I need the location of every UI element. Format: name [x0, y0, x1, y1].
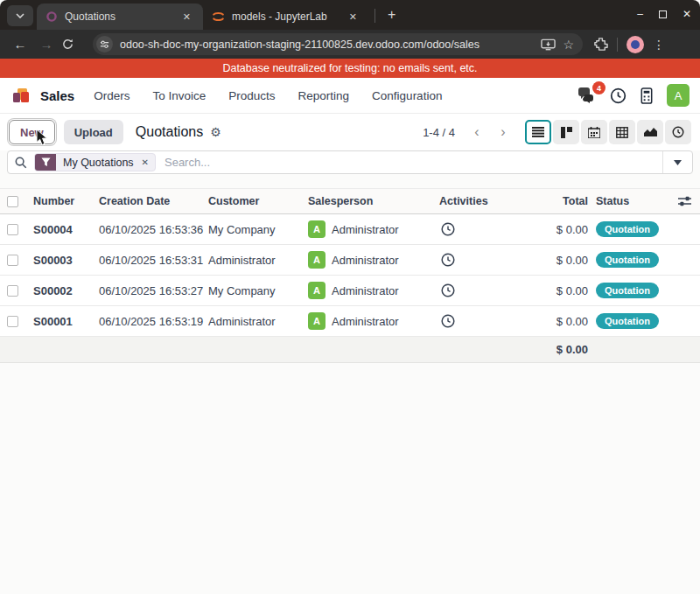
activity-clock-icon[interactable] — [441, 222, 455, 236]
cell-activities[interactable] — [439, 222, 514, 236]
filter-facet[interactable]: My Quotations ✕ — [34, 153, 156, 171]
search-dropdown-toggle[interactable] — [662, 151, 692, 173]
tab-quotations[interactable]: Quotations ✕ — [37, 3, 203, 30]
menu-reporting[interactable]: Reporting — [298, 89, 350, 102]
remove-filter-icon[interactable]: ✕ — [141, 157, 155, 167]
extensions-icon[interactable] — [593, 37, 608, 52]
bookmark-star-icon[interactable]: ☆ — [563, 38, 574, 52]
table-row[interactable]: S00001 06/10/2025 16:53:19 Administrator… — [0, 306, 700, 337]
cell-status[interactable]: Quotation — [588, 283, 675, 298]
cell-salesperson[interactable]: A Administrator — [308, 220, 439, 238]
select-all-checkbox[interactable] — [7, 196, 18, 207]
row-checkbox[interactable] — [7, 255, 18, 266]
cell-customer[interactable]: Administrator — [208, 254, 308, 267]
menu-orders[interactable]: Orders — [94, 89, 130, 102]
column-header-activities[interactable]: Activities — [439, 195, 514, 207]
minimize-button[interactable]: – — [637, 8, 643, 20]
cell-status[interactable]: Quotation — [588, 221, 675, 237]
cell-activities[interactable] — [439, 253, 514, 267]
column-header-status[interactable]: Status — [588, 195, 675, 207]
close-tab-icon[interactable]: ✕ — [179, 10, 194, 24]
activity-view-button[interactable] — [665, 120, 691, 144]
list-view-button[interactable] — [525, 120, 551, 144]
url-text[interactable]: odoo-sh-doc-my-organization-staging-2110… — [120, 38, 534, 51]
search-bar[interactable]: My Quotations ✕ — [7, 150, 693, 174]
status-badge: Quotation — [596, 313, 659, 329]
activities-clock-icon[interactable] — [610, 87, 626, 104]
new-tab-button[interactable]: + — [381, 7, 402, 23]
column-header-total[interactable]: Total — [514, 195, 588, 207]
column-header-number[interactable]: Number — [33, 195, 99, 207]
salesperson-name: Administrator — [332, 254, 399, 267]
cell-salesperson[interactable]: A Administrator — [308, 312, 439, 330]
cell-number[interactable]: S00002 — [33, 284, 99, 297]
table-row[interactable]: S00004 06/10/2025 16:53:36 My Company A … — [0, 214, 700, 245]
cell-creation-date[interactable]: 06/10/2025 16:53:36 — [99, 223, 208, 236]
cell-customer[interactable]: Administrator — [208, 315, 308, 328]
cell-total[interactable]: $ 0.00 — [514, 254, 588, 267]
close-window-button[interactable]: ✕ — [682, 8, 691, 20]
cell-activities[interactable] — [439, 283, 514, 297]
graph-view-button[interactable] — [637, 120, 663, 144]
user-avatar[interactable]: A — [667, 84, 690, 107]
menu-configuration[interactable]: Configuration — [372, 89, 442, 102]
table-row[interactable]: S00002 06/10/2025 16:53:27 My Company A … — [0, 276, 700, 306]
send-to-device-icon[interactable] — [541, 38, 556, 51]
search-input[interactable] — [156, 156, 662, 169]
tab-list-button[interactable] — [7, 5, 33, 26]
row-checkbox[interactable] — [7, 316, 18, 327]
cell-salesperson[interactable]: A Administrator — [308, 251, 439, 269]
cell-creation-date[interactable]: 06/10/2025 16:53:19 — [99, 315, 208, 328]
new-button[interactable]: New — [9, 120, 55, 144]
activity-clock-icon[interactable] — [441, 314, 455, 328]
adjust-columns-button[interactable] — [678, 196, 700, 206]
cell-creation-date[interactable]: 06/10/2025 16:53:31 — [99, 254, 208, 267]
column-header-salesperson[interactable]: Salesperson — [308, 195, 439, 207]
cell-customer[interactable]: My Company — [208, 223, 308, 236]
upload-button[interactable]: Upload — [64, 120, 123, 144]
cell-activities[interactable] — [439, 314, 514, 328]
cell-number[interactable]: S00004 — [33, 223, 99, 236]
site-settings-button[interactable] — [96, 36, 113, 52]
messages-button[interactable]: 4 — [577, 87, 596, 103]
pager-previous-button[interactable]: ‹ — [466, 121, 488, 143]
menu-to-invoice[interactable]: To Invoice — [152, 89, 206, 102]
reload-button[interactable] — [61, 38, 84, 51]
cell-number[interactable]: S00003 — [33, 254, 99, 267]
cell-total[interactable]: $ 0.00 — [514, 223, 588, 236]
cell-salesperson[interactable]: A Administrator — [308, 282, 439, 299]
sales-app-icon[interactable] — [10, 85, 32, 106]
row-checkbox[interactable] — [7, 285, 18, 297]
cell-status[interactable]: Quotation — [588, 252, 675, 268]
view-gear-icon[interactable]: ⚙ — [210, 125, 221, 139]
browser-profile-avatar[interactable] — [626, 36, 644, 53]
table-row[interactable]: S00003 06/10/2025 16:53:31 Administrator… — [0, 245, 700, 276]
cell-number[interactable]: S00001 — [33, 315, 99, 328]
address-bar[interactable]: odoo-sh-doc-my-organization-staging-2110… — [93, 33, 583, 55]
forward-button[interactable]: → — [35, 37, 58, 52]
tab-jupyterlab[interactable]: models - JupyterLab ✕ — [203, 3, 369, 30]
column-header-creation-date[interactable]: Creation Date — [99, 195, 208, 207]
cell-creation-date[interactable]: 06/10/2025 16:53:27 — [99, 284, 208, 297]
menu-products[interactable]: Products — [228, 89, 275, 102]
activity-clock-icon[interactable] — [441, 253, 455, 267]
browser-menu-button[interactable]: ⋮ — [653, 38, 665, 52]
pager-next-button[interactable]: › — [492, 121, 514, 143]
kanban-view-button[interactable] — [553, 120, 579, 144]
app-menu-sales[interactable]: Sales — [40, 88, 74, 103]
maximize-button[interactable] — [659, 10, 667, 18]
back-button[interactable]: ← — [9, 37, 32, 52]
cell-customer[interactable]: My Company — [208, 284, 308, 297]
column-header-customer[interactable]: Customer — [208, 195, 308, 207]
pivot-view-button[interactable] — [609, 120, 635, 144]
tab-separator — [374, 9, 375, 23]
activity-clock-icon[interactable] — [441, 283, 455, 297]
cell-total[interactable]: $ 0.00 — [514, 315, 588, 328]
status-badge: Quotation — [596, 283, 659, 298]
close-tab-icon[interactable]: ✕ — [346, 10, 360, 24]
row-checkbox[interactable] — [7, 224, 18, 235]
calculator-icon[interactable] — [640, 87, 653, 104]
calendar-view-button[interactable] — [581, 120, 607, 144]
cell-status[interactable]: Quotation — [588, 313, 675, 329]
cell-total[interactable]: $ 0.00 — [514, 284, 588, 297]
